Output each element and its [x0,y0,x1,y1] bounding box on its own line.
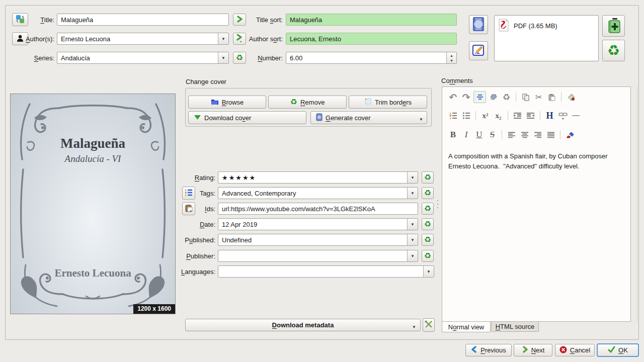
cancel-button[interactable]: Cancel [555,344,595,356]
ok-button[interactable]: OK [597,343,639,357]
clear-series-button[interactable]: ♻ [233,52,246,64]
tab-html-source[interactable]: HTML source [491,322,539,332]
clear-ids-button[interactable]: ♻ [422,203,434,215]
tab-normal-view-label: Normal view [448,323,485,331]
rating-value: ★★★★★ [222,174,256,182]
published-dropdown-arrow[interactable]: ▼ [407,234,418,245]
copy-icon[interactable] [520,92,531,103]
underline-icon[interactable]: U [473,129,485,140]
authors-label: Author(s): [19,35,54,43]
publisher-dropdown-arrow[interactable]: ▼ [407,250,418,261]
next-button[interactable]: Next [514,344,552,356]
format-item-label: PDF (3.65 MB) [514,22,557,30]
paste-icon[interactable] [546,92,557,103]
align-justify-icon[interactable] [545,129,556,140]
bold-icon[interactable]: B [447,129,459,140]
cover-author: Ernesto Lecuona [11,267,175,280]
select-all-icon[interactable] [473,91,486,103]
download-metadata-button[interactable]: Download metadata ▼ [185,319,421,331]
heading-style-icon[interactable]: H [544,110,555,121]
italic-icon[interactable]: I [460,129,472,140]
comments-text[interactable]: A composition with a Spanish flair, by C… [448,151,623,171]
edit-metadata-icon-button[interactable] [469,41,488,60]
cover-preview[interactable]: Malagueña Andalucía - VI Ernesto Lecuona… [10,94,176,314]
series-label: Series: [29,54,54,62]
formats-list[interactable]: PDF (3.65 MB) [494,15,599,61]
subscript-icon[interactable]: x₂ [493,110,504,121]
remove-label: Remove [300,99,325,106]
comments-toolbar-row1: ↶ ↷ ♻ ✂ [447,91,577,103]
series-combo[interactable]: Andalucía ▼ [57,52,229,64]
redo-icon[interactable]: ↷ [460,92,472,103]
indent-less-icon[interactable] [525,110,536,121]
download-cover-button[interactable]: Download cover [188,111,306,124]
generate-cover-icon [316,113,323,123]
clear-published-button[interactable]: ♻ [422,234,434,246]
background-color-icon[interactable] [565,92,577,103]
authors-combo[interactable]: Ernesto Lecuona ▼ [57,33,229,45]
tools-icon [425,320,433,330]
browse-cover-button[interactable]: Browse [188,96,266,109]
align-left-icon[interactable] [506,129,517,140]
splitter-handle[interactable] [437,200,438,214]
tab-normal-view[interactable]: Normal view [442,322,491,332]
remove-cover-button[interactable]: ♻ Remove [268,96,347,109]
right-splitter[interactable] [637,86,637,322]
insert-link-icon[interactable] [557,110,569,121]
trim-borders-button[interactable]: Trim borders [349,96,427,109]
align-right-icon[interactable] [532,129,543,140]
clear-publisher-button[interactable]: ♻ [422,250,434,262]
rating-dropdown-arrow[interactable]: ▼ [407,172,418,183]
insert-hr-icon[interactable] [570,110,582,121]
swap-title-author-button[interactable] [12,13,28,26]
undo-icon[interactable]: ↶ [447,92,459,103]
comments-toolbar-row2: x² x₂ H [447,110,582,121]
tags-dropdown-arrow[interactable]: ▼ [407,188,418,199]
tags-combo[interactable]: Advanced, Contemporary ▼ [218,187,418,199]
ok-label: OK [618,346,628,354]
superscript-icon[interactable]: x² [479,110,491,121]
align-center-icon[interactable] [519,129,530,140]
generate-cover-menu-arrow[interactable]: ▼ [419,117,423,122]
series-dropdown-arrow[interactable]: ▼ [218,52,228,63]
ids-input[interactable]: url:https://www.youtube.com/watch?v=3LGk… [218,203,418,215]
clear-tags-button[interactable]: ♻ [422,187,434,199]
configure-metadata-download-button[interactable] [423,318,435,332]
title-sort-input[interactable]: Malagueña [286,14,457,26]
date-combo[interactable]: 12 Apr 2019 ▼ [218,218,418,230]
view-cover-button[interactable] [469,15,488,34]
authors-dropdown-arrow[interactable]: ▼ [218,33,228,44]
rating-combo[interactable]: ★★★★★ ▼ [218,171,418,184]
publisher-combo[interactable]: ▼ [218,250,418,262]
spinner-arrows[interactable]: ▲▼ [446,52,456,63]
strikethrough-icon[interactable]: S [487,129,498,140]
published-combo[interactable]: Undefined ▼ [218,234,418,246]
author-sort-input[interactable]: Lecuona, Ernesto [286,33,457,45]
indent-more-icon[interactable] [512,110,523,121]
trim-borders-label: Trim borders [375,99,412,106]
remove-formatting-icon[interactable] [488,92,499,103]
date-dropdown-arrow[interactable]: ▼ [407,219,418,230]
format-item-pdf[interactable]: PDF (3.65 MB) [495,16,598,36]
clear-date-button[interactable]: ♻ [422,218,434,230]
clear-comments-icon[interactable]: ♻ [501,92,512,103]
clear-rating-button[interactable]: ♻ [422,171,434,184]
ids-value: url:https://www.youtube.com/watch?v=3LGk… [222,205,375,213]
download-metadata-menu-arrow[interactable]: ▼ [412,325,416,329]
unordered-list-icon[interactable] [460,110,472,121]
text-color-icon[interactable] [564,129,576,140]
generate-cover-button[interactable]: Generate cover ▼ [310,111,427,124]
ordered-list-icon[interactable] [447,110,459,121]
languages-dropdown-arrow[interactable]: ▼ [423,266,434,277]
remove-format-button[interactable]: ♻ [602,40,625,61]
browse-label: Browse [222,99,244,106]
cut-icon[interactable]: ✂ [533,92,544,103]
series-number-spinner[interactable]: 6.00 ▲▼ [286,52,457,64]
title-input[interactable]: Malagueña [57,14,229,26]
download-metadata-label: Download metadata [272,321,334,329]
previous-button[interactable]: Previous [465,344,512,356]
languages-combo[interactable]: ▼ [218,265,434,278]
add-format-button[interactable] [602,15,625,37]
download-cover-label: Download cover [204,114,251,122]
recycle-icon: ♻ [424,173,431,182]
